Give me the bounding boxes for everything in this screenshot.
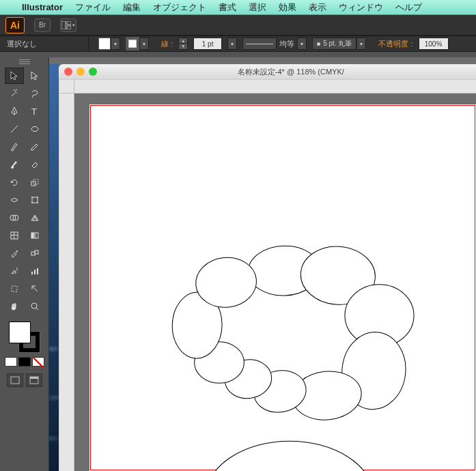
svg-rect-18 xyxy=(35,251,38,254)
svg-rect-8 xyxy=(32,197,38,203)
stroke-label[interactable]: 線 : xyxy=(161,39,173,49)
zoom-tool[interactable] xyxy=(25,298,44,315)
blob-brush-tool[interactable] xyxy=(5,156,24,173)
eraser-tool[interactable] xyxy=(25,156,44,173)
minimize-window-icon[interactable] xyxy=(76,68,85,76)
hand-tool[interactable] xyxy=(5,298,24,315)
gradient-mode-button[interactable] xyxy=(18,357,31,367)
svg-point-5 xyxy=(31,127,38,132)
panel-grip-icon[interactable] xyxy=(14,58,35,65)
pen-tool[interactable] xyxy=(5,103,24,119)
artboard[interactable] xyxy=(89,104,476,471)
fill-swatch[interactable]: ▾ xyxy=(98,38,120,50)
svg-rect-16 xyxy=(31,233,38,238)
bridge-button[interactable]: Br xyxy=(34,18,51,32)
stroke-weight-field[interactable]: 1 pt xyxy=(193,38,222,50)
gradient-tool[interactable] xyxy=(25,227,44,244)
artboard-tool[interactable] xyxy=(5,281,24,297)
svg-rect-20 xyxy=(34,270,36,274)
stroke-profile-label: 均等 xyxy=(279,39,294,49)
stroke-line-preview-icon xyxy=(242,38,277,50)
opacity-label[interactable]: 不透明度 : xyxy=(378,39,412,49)
menu-edit[interactable]: 編集 xyxy=(123,1,141,14)
blend-tool[interactable] xyxy=(25,245,44,261)
menu-type[interactable]: 書式 xyxy=(219,1,236,14)
tools-panel: T xyxy=(0,57,49,471)
ruler-origin[interactable] xyxy=(59,80,74,94)
svg-rect-22 xyxy=(12,286,17,291)
ellipse-tool[interactable] xyxy=(25,121,44,137)
vertical-ruler[interactable] xyxy=(59,94,74,471)
menu-select[interactable]: 選択 xyxy=(249,1,266,14)
svg-rect-27 xyxy=(30,377,38,379)
symbol-sprayer-tool[interactable] xyxy=(5,263,24,279)
menu-help[interactable]: ヘルプ xyxy=(395,1,422,14)
svg-point-9 xyxy=(31,197,33,198)
stroke-weight-stepper[interactable]: ▲▼ xyxy=(178,38,188,50)
menu-view[interactable]: 表示 xyxy=(309,1,326,14)
mesh-tool[interactable] xyxy=(5,227,24,244)
chevron-down-icon[interactable]: ▾ xyxy=(139,38,149,50)
menu-effect[interactable]: 効果 xyxy=(279,1,296,14)
fill-color-icon xyxy=(98,38,111,50)
illustrator-logo-icon[interactable]: Ai xyxy=(5,17,25,33)
chevron-down-icon[interactable]: ▾ xyxy=(227,38,237,50)
none-mode-button[interactable] xyxy=(32,357,44,367)
selection-tool[interactable] xyxy=(5,68,24,84)
zoom-window-icon[interactable] xyxy=(89,68,97,76)
close-window-icon[interactable] xyxy=(64,68,72,76)
chevron-down-icon: ▾ xyxy=(72,23,75,28)
horizontal-ruler[interactable] xyxy=(74,80,476,94)
svg-point-11 xyxy=(31,202,33,203)
line-segment-tool[interactable] xyxy=(5,121,24,137)
opacity-field[interactable]: 100% xyxy=(419,38,449,50)
width-tool[interactable] xyxy=(5,192,24,208)
type-tool[interactable]: T xyxy=(25,103,44,119)
free-transform-tool[interactable] xyxy=(25,192,44,208)
menu-app-name[interactable]: Illustrator xyxy=(22,2,63,12)
arrange-documents-button[interactable]: ▾ xyxy=(60,18,76,32)
magic-wand-tool[interactable] xyxy=(5,85,24,102)
canvas[interactable] xyxy=(59,79,476,471)
svg-rect-21 xyxy=(37,268,38,274)
shape-builder-tool[interactable] xyxy=(5,210,24,226)
svg-point-10 xyxy=(37,197,38,198)
direct-selection-tool[interactable] xyxy=(25,68,44,84)
menu-file[interactable]: ファイル xyxy=(75,1,111,14)
column-graph-tool[interactable] xyxy=(25,263,44,279)
lasso-tool[interactable] xyxy=(25,85,44,102)
stroke-swatch[interactable]: ▾ xyxy=(126,37,149,51)
chevron-down-icon[interactable]: ▾ xyxy=(356,38,366,50)
fill-square-icon[interactable] xyxy=(9,322,31,343)
svg-rect-2 xyxy=(67,26,71,29)
svg-point-23 xyxy=(31,303,37,309)
document-window-titlebar[interactable]: 名称未設定-4* @ 118% (CMYK/ xyxy=(59,64,476,79)
chevron-down-icon[interactable]: ▾ xyxy=(297,38,307,50)
svg-line-4 xyxy=(11,126,18,132)
normal-screen-mode-button[interactable] xyxy=(7,373,23,387)
perspective-grid-tool[interactable] xyxy=(25,210,44,226)
eyedropper-tool[interactable] xyxy=(5,245,24,261)
color-mode-button[interactable] xyxy=(5,357,17,367)
svg-line-24 xyxy=(36,308,38,310)
fill-stroke-swatch[interactable] xyxy=(8,320,42,354)
menu-window[interactable]: ウィンドウ xyxy=(339,1,383,14)
rotate-tool[interactable] xyxy=(5,174,24,190)
pencil-tool[interactable] xyxy=(25,139,44,155)
brush-name: 5 pt. 丸筆 xyxy=(323,39,352,48)
mac-menu-bar: Illustrator ファイル 編集 オブジェクト 書式 選択 効果 表示 ウ… xyxy=(0,0,476,15)
stroke-profile-dropdown[interactable]: 均等 ▾ xyxy=(242,38,307,50)
chevron-down-icon[interactable]: ▾ xyxy=(111,38,120,50)
change-screen-mode-button[interactable] xyxy=(26,373,42,387)
menu-object[interactable]: オブジェクト xyxy=(153,1,206,14)
paintbrush-tool[interactable] xyxy=(5,139,24,155)
bridge-label: Br xyxy=(39,21,46,29)
app-top-bar: Ai Br ▾ xyxy=(0,15,476,35)
stage: 名称未設定-4* @ 118% (CMYK/ xyxy=(49,57,476,471)
slice-tool[interactable] xyxy=(25,281,44,297)
brush-dropdown[interactable]: 5 pt. 丸筆 ▾ xyxy=(312,38,366,50)
scale-tool[interactable] xyxy=(25,174,44,190)
svg-rect-17 xyxy=(31,252,35,255)
divider xyxy=(0,52,476,57)
artwork-ellipse[interactable] xyxy=(206,441,374,471)
